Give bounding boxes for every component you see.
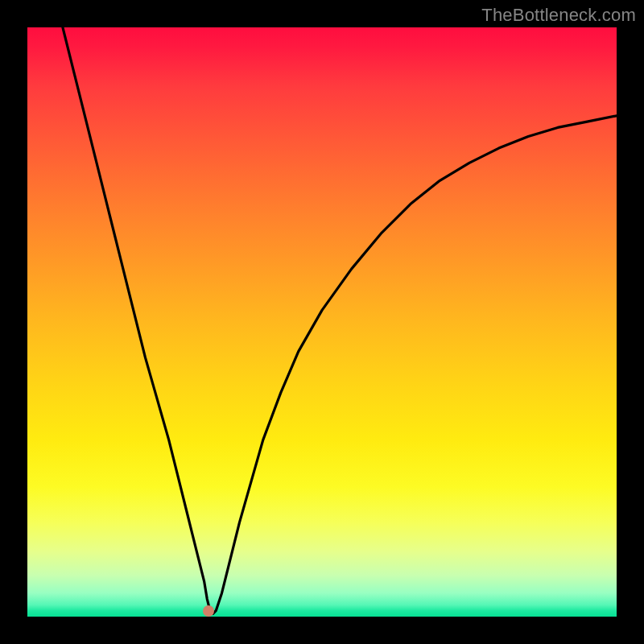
chart-frame: TheBottleneck.com (0, 0, 644, 644)
bottleneck-curve (27, 27, 617, 617)
watermark-text: TheBottleneck.com (481, 5, 636, 26)
optimal-point-marker (203, 605, 214, 617)
plot-area (27, 27, 617, 617)
